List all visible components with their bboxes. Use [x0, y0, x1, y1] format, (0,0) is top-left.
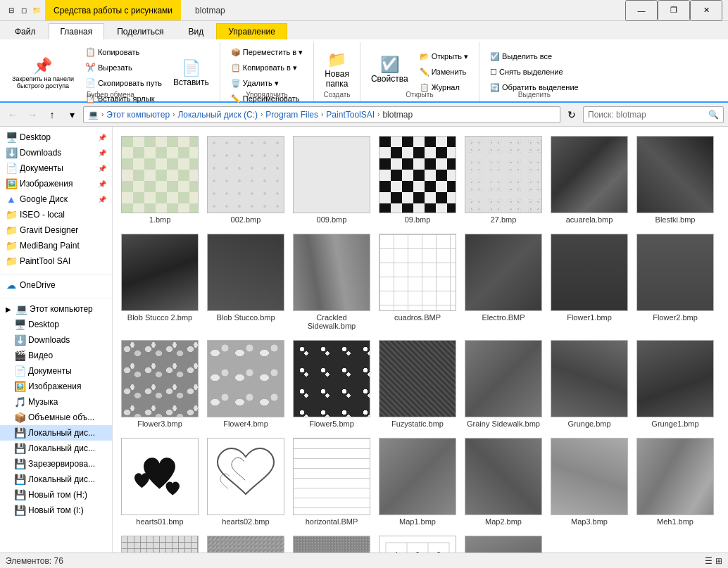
sidebar-item-gravit[interactable]: 📁 Gravit Designer: [0, 222, 112, 238]
file-item[interactable]: 1.bmp: [118, 132, 201, 227]
sidebar-item-disk3[interactable]: 💾 Локальный дис...: [0, 472, 112, 487]
maximize-button[interactable]: ❐: [658, 0, 690, 21]
search-box[interactable]: 🔍: [583, 106, 724, 123]
sidebar-disk2-label: Локальный дис...: [28, 443, 95, 453]
tab-home[interactable]: Главная: [49, 23, 105, 39]
file-item[interactable]: Grunge1.bmp: [634, 336, 717, 431]
tab-view[interactable]: Вид: [176, 23, 215, 39]
sidebar-item-docs[interactable]: 📄 Документы 📌: [0, 160, 112, 176]
deselect-button[interactable]: ☐ Снять выделение: [485, 65, 584, 79]
up-button[interactable]: ↑: [44, 106, 61, 123]
close-button[interactable]: ✕: [690, 0, 722, 21]
copy-path-button[interactable]: 📄 Скопировать путь: [80, 76, 167, 90]
file-item[interactable]: Electro.BMP: [462, 230, 545, 334]
copy-button[interactable]: 📋 Копировать: [80, 45, 167, 59]
file-item[interactable]: Flower2.bmp: [634, 230, 717, 334]
forward-button[interactable]: →: [24, 106, 41, 123]
sidebar-item-computer[interactable]: ▶ 💻 Этот компьютер: [0, 301, 112, 317]
file-item[interactable]: Flower4.bmp: [204, 336, 287, 431]
file-item[interactable]: Flower3.bmp: [118, 336, 201, 431]
delete-button[interactable]: 🗑️ Удалить ▾: [226, 76, 308, 90]
sidebar-item-desktop2[interactable]: 🖥️ Desktop: [0, 317, 112, 332]
address-bar[interactable]: 💻 › Этот компьютер › Локальный диск (C:)…: [83, 106, 560, 123]
sidebar-item-music[interactable]: 🎵 Музыка: [0, 394, 112, 410]
sidebar-item-gdrive[interactable]: ▲ Google Диск 📌: [0, 191, 112, 207]
details-view-icon[interactable]: ☰: [705, 556, 713, 566]
file-item[interactable]: 09.bmp: [376, 132, 459, 227]
file-item[interactable]: Blestki.bmp: [634, 132, 717, 227]
move-button[interactable]: 📦 Переместить в ▾: [226, 45, 308, 59]
file-item[interactable]: 002.bmp: [204, 132, 287, 227]
file-item[interactable]: 27.bmp: [462, 132, 545, 227]
sidebar-item-disk2[interactable]: 💾 Локальный дис...: [0, 441, 112, 456]
title-tab-blotmap[interactable]: blotmap: [184, 6, 237, 15]
tab-share[interactable]: Поделиться: [105, 23, 175, 39]
crumb-painttool[interactable]: PaintToolSAI: [326, 110, 375, 120]
crumb-computer[interactable]: Этот компьютер: [106, 110, 170, 120]
sidebar-item-iseo[interactable]: 📁 ISEO - local: [0, 207, 112, 222]
file-name: horizontal.BMP: [306, 517, 358, 526]
open-button[interactable]: 📂 Открыть ▾: [415, 49, 473, 63]
tab-manage[interactable]: Управление: [216, 23, 287, 39]
file-item[interactable]: rock.bmp: [462, 532, 545, 553]
sidebar-item-onedrive[interactable]: ☁ OneDrive: [0, 277, 112, 293]
file-item[interactable]: 009.bmp: [290, 132, 373, 227]
sidebar-item-downloads2[interactable]: ⬇️ Downloads: [0, 332, 112, 348]
sidebar-item-images[interactable]: 🖼️ Изображения 📌: [0, 176, 112, 191]
file-item[interactable]: Fuzystatic.bmp: [376, 336, 459, 431]
back-button[interactable]: ←: [4, 106, 21, 123]
file-item[interactable]: Map2.bmp: [462, 434, 545, 529]
file-item[interactable]: 1 2 3 4 5 6 7 8 9 numbers.bmp: [376, 532, 459, 553]
file-item[interactable]: net.bmp: [118, 532, 201, 553]
file-item[interactable]: hearts01.bmp: [118, 434, 201, 529]
crumb-program-files[interactable]: Program Files: [265, 110, 318, 120]
sidebar-item-video[interactable]: 🎬 Видео: [0, 348, 112, 363]
file-item[interactable]: horizontal.BMP: [290, 434, 373, 529]
file-item[interactable]: Blob Stucco 2.bmp: [118, 230, 201, 334]
file-item[interactable]: Flower1.bmp: [548, 230, 631, 334]
file-item[interactable]: noise3.bmp: [290, 532, 373, 553]
sidebar-item-medibang[interactable]: 📁 MediBang Paint: [0, 238, 112, 253]
svg-rect-67: [425, 158, 436, 170]
sidebar-item-disk-h[interactable]: 💾 Новый том (H:): [0, 487, 112, 503]
sidebar-item-reserved[interactable]: 💾 Зарезервирова...: [0, 456, 112, 472]
file-item[interactable]: Meh1.bmp: [634, 434, 717, 529]
new-folder-button[interactable]: 📁 Новаяпапка: [320, 47, 354, 94]
properties-button[interactable]: ☑️ Свойства: [366, 47, 413, 94]
sidebar-item-sai[interactable]: 📁 PaintTool SAI: [0, 253, 112, 269]
file-item[interactable]: Map1.bmp: [376, 434, 459, 529]
file-item[interactable]: cuadros.BMP: [376, 230, 459, 334]
tab-file[interactable]: Файл: [3, 23, 48, 39]
file-item[interactable]: noise2.bmp: [204, 532, 287, 553]
copy-to-button[interactable]: 📋 Копировать в ▾: [226, 61, 308, 75]
sidebar-item-3d[interactable]: 📦 Объемные объ...: [0, 410, 112, 425]
thumbnail-view-icon[interactable]: ⊞: [715, 556, 722, 566]
file-item[interactable]: Map3.bmp: [548, 434, 631, 529]
sidebar-item-disk-c[interactable]: 💾 Локальный дис...: [0, 425, 112, 441]
edit-button[interactable]: ✏️ Изменить: [415, 65, 473, 79]
file-item[interactable]: hearts02.bmp: [204, 434, 287, 529]
file-item[interactable]: Flower5.bmp: [290, 336, 373, 431]
crumb-disk[interactable]: Локальный диск (C:): [177, 110, 258, 120]
sidebar-item-desktop[interactable]: 🖥️ Desktop 📌: [0, 130, 112, 145]
select-all-button[interactable]: ☑️ Выделить все: [485, 49, 584, 63]
file-thumbnail: [207, 136, 284, 213]
refresh-button[interactable]: ↻: [563, 106, 580, 123]
sidebar-item-downloads[interactable]: ⬇️ Downloads 📌: [0, 145, 112, 160]
file-item[interactable]: Blob Stucco.bmp: [204, 230, 287, 334]
sidebar-reserved-label: Зарезервирова...: [28, 459, 95, 469]
recent-button[interactable]: ▾: [63, 106, 80, 123]
cut-icon: ✂️: [85, 63, 96, 72]
sidebar-item-docs2[interactable]: 📄 Документы: [0, 363, 112, 379]
minimize-button[interactable]: —: [625, 0, 658, 21]
title-tab-tools[interactable]: Средства работы с рисунками: [45, 0, 181, 20]
sidebar-disk-h-label: Новый том (H:): [28, 490, 87, 500]
file-item[interactable]: Grainy Sidewalk.bmp: [462, 336, 545, 431]
file-item[interactable]: acuarela.bmp: [548, 132, 631, 227]
sidebar-item-images2[interactable]: 🖼️ Изображения: [0, 379, 112, 394]
cut-button[interactable]: ✂️ Вырезать: [80, 61, 167, 75]
file-item[interactable]: Grunge.bmp: [548, 336, 631, 431]
sidebar-item-disk-i[interactable]: 💾 Новый том (I:): [0, 503, 112, 518]
file-item[interactable]: Crackled Sidewalk.bmp: [290, 230, 373, 334]
search-input[interactable]: [588, 110, 708, 120]
